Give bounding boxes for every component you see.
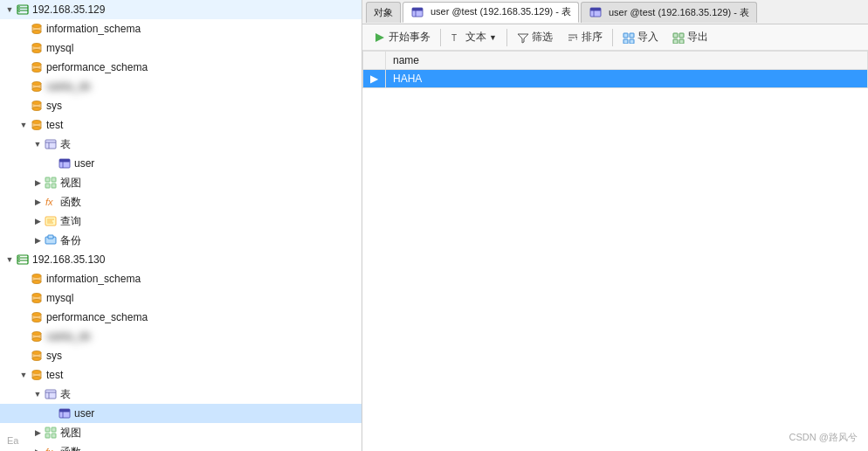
svg-rect-36 bbox=[45, 140, 56, 149]
svg-rect-123 bbox=[630, 33, 634, 38]
db-name: test bbox=[46, 119, 63, 131]
table-group-label: 表 bbox=[60, 387, 71, 402]
svg-rect-97 bbox=[45, 427, 50, 432]
data-table: name ▶ HAHA bbox=[362, 51, 868, 88]
begin-transaction-label: 开始事务 bbox=[389, 30, 431, 45]
server2-node[interactable]: ▼ 192.168.35.130 bbox=[0, 250, 362, 269]
table-group-icon bbox=[44, 387, 58, 401]
svg-rect-125 bbox=[630, 39, 634, 44]
db-sys-2[interactable]: sys bbox=[0, 346, 362, 365]
svg-point-82 bbox=[32, 357, 41, 361]
text-label: 文本 bbox=[465, 30, 486, 45]
svg-rect-96 bbox=[59, 409, 70, 412]
svg-point-57 bbox=[18, 256, 19, 257]
export-icon bbox=[672, 31, 685, 44]
tab-objects[interactable]: 对象 bbox=[366, 2, 401, 23]
text-btn[interactable]: T 文本 ▼ bbox=[444, 27, 503, 48]
table-name: user bbox=[74, 407, 94, 420]
db-icon bbox=[30, 291, 44, 305]
svg-rect-129 bbox=[679, 39, 684, 44]
table-group-icon bbox=[44, 137, 58, 151]
svg-rect-100 bbox=[52, 434, 56, 438]
db-perf-schema-2[interactable]: performance_schema bbox=[0, 308, 362, 327]
sidebar[interactable]: ▼ 192.168.35.129 info bbox=[0, 0, 362, 451]
func-group-1[interactable]: ▶ fx 函数 bbox=[0, 192, 362, 212]
svg-rect-46 bbox=[52, 184, 56, 188]
svg-point-18 bbox=[32, 69, 41, 73]
db-mysql-2[interactable]: mysql bbox=[0, 288, 362, 308]
db-name: mysql bbox=[46, 42, 73, 54]
tab-table1[interactable]: user @test (192.168.35.129) - 表 bbox=[403, 2, 579, 23]
svg-text:fx: fx bbox=[45, 197, 53, 207]
svg-rect-90 bbox=[45, 390, 56, 399]
server2-icon bbox=[16, 253, 30, 267]
svg-text:fx: fx bbox=[45, 447, 53, 451]
svg-rect-127 bbox=[679, 33, 684, 38]
func-group-2[interactable]: ▶ fx 函数 bbox=[0, 442, 362, 451]
backup-group-1[interactable]: ▶ 备份 bbox=[0, 231, 362, 250]
view-group-label: 视图 bbox=[60, 176, 81, 191]
tab2-table-icon bbox=[589, 5, 603, 19]
main-panel: 对象 user @test (192.168.35.129) - 表 bbox=[362, 0, 868, 451]
db-test-2[interactable]: ▼ test bbox=[0, 365, 362, 385]
db-blurred-2[interactable]: sakila_db bbox=[0, 327, 362, 346]
table-user-2[interactable]: user bbox=[0, 404, 362, 423]
tab1-table-icon bbox=[410, 5, 424, 19]
svg-rect-124 bbox=[623, 39, 628, 44]
table-user-1[interactable]: user bbox=[0, 154, 362, 173]
db-blurred-1[interactable]: sakila_db bbox=[0, 77, 362, 96]
svg-rect-45 bbox=[45, 184, 50, 188]
backup-group-label: 备份 bbox=[60, 233, 81, 248]
sort-btn[interactable]: 排序 bbox=[561, 27, 609, 48]
filter-btn[interactable]: 筛选 bbox=[511, 27, 559, 48]
db-icon bbox=[30, 368, 44, 382]
tab-bar: 对象 user @test (192.168.35.129) - 表 bbox=[362, 0, 868, 24]
svg-point-5 bbox=[18, 11, 19, 12]
svg-rect-126 bbox=[673, 33, 678, 38]
db-sys-1[interactable]: sys bbox=[0, 96, 362, 115]
query-group-1[interactable]: ▶ 查询 bbox=[0, 212, 362, 231]
import-icon bbox=[623, 31, 635, 44]
text-icon: T bbox=[451, 31, 463, 44]
begin-transaction-btn[interactable]: 开始事务 bbox=[368, 27, 437, 48]
db-perf-schema-1[interactable]: performance_schema bbox=[0, 58, 362, 77]
server1-node[interactable]: ▼ 192.168.35.129 bbox=[0, 0, 362, 19]
svg-rect-43 bbox=[45, 177, 50, 182]
sort-icon bbox=[567, 31, 579, 44]
svg-point-28 bbox=[32, 108, 41, 111]
svg-rect-44 bbox=[52, 177, 56, 182]
import-btn[interactable]: 导入 bbox=[617, 27, 665, 48]
server1-label: 192.168.35.129 bbox=[32, 3, 105, 16]
table-icon bbox=[58, 406, 72, 420]
db-name: information_schema bbox=[46, 23, 141, 35]
db-test-1[interactable]: ▼ test bbox=[0, 115, 362, 135]
db-info-schema-1[interactable]: information_schema bbox=[0, 19, 362, 38]
db-mysql-1[interactable]: mysql bbox=[0, 38, 362, 58]
db-icon bbox=[30, 330, 44, 343]
table-group-1[interactable]: ▼ 表 bbox=[0, 135, 362, 154]
export-btn[interactable]: 导出 bbox=[666, 27, 714, 48]
filter-label: 筛选 bbox=[532, 30, 553, 45]
tab-table2[interactable]: user @test (192.168.35.129) - 表 bbox=[581, 2, 757, 23]
text-dropdown-icon: ▼ bbox=[489, 33, 497, 42]
svg-point-62 bbox=[32, 281, 41, 284]
db-name: information_schema bbox=[46, 273, 141, 285]
data-area[interactable]: name ▶ HAHA bbox=[362, 51, 868, 451]
svg-marker-121 bbox=[575, 35, 578, 39]
cell-name[interactable]: HAHA bbox=[386, 70, 868, 88]
db-icon bbox=[30, 60, 44, 74]
svg-point-77 bbox=[32, 338, 41, 342]
db-info-schema-2[interactable]: information_schema bbox=[0, 269, 362, 288]
col-name-header[interactable]: name bbox=[386, 52, 868, 70]
svg-point-23 bbox=[32, 88, 41, 92]
db-icon bbox=[30, 272, 44, 286]
table-group-2[interactable]: ▼ 表 bbox=[0, 385, 362, 404]
db-name: mysql bbox=[46, 292, 73, 304]
view-group-2[interactable]: ▶ 视图 bbox=[0, 423, 362, 442]
svg-point-59 bbox=[18, 261, 19, 262]
svg-point-72 bbox=[32, 319, 41, 323]
query-group-label: 查询 bbox=[60, 214, 81, 229]
view-group-1[interactable]: ▶ 视图 bbox=[0, 173, 362, 192]
table-group-label: 表 bbox=[60, 137, 71, 152]
table-row[interactable]: ▶ HAHA bbox=[363, 70, 868, 88]
